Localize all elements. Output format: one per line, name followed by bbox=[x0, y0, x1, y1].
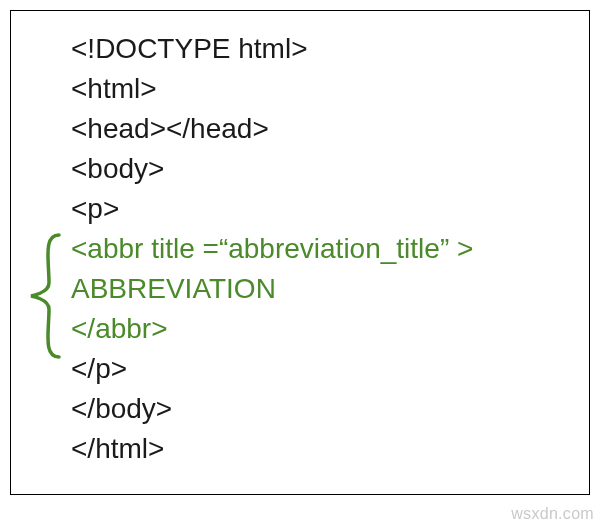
code-line-abbr-open: <abbr title =“abbreviation_title” > bbox=[71, 229, 559, 269]
code-line-head: <head></head> bbox=[71, 109, 559, 149]
code-line-doctype: <!DOCTYPE html> bbox=[71, 29, 559, 69]
code-line-p-open: <p> bbox=[71, 189, 559, 229]
brace-icon bbox=[25, 233, 65, 359]
code-line-html-open: <html> bbox=[71, 69, 559, 109]
code-line-body-open: <body> bbox=[71, 149, 559, 189]
code-line-abbr-close: </abbr> bbox=[71, 309, 559, 349]
watermark-text: wsxdn.com bbox=[511, 505, 594, 523]
code-line-html-close: </html> bbox=[71, 429, 559, 469]
code-line-body-close: </body> bbox=[71, 389, 559, 429]
code-line-p-close: </p> bbox=[71, 349, 559, 389]
code-line-abbr-text: ABBREVIATION bbox=[71, 269, 559, 309]
code-snippet-frame: <!DOCTYPE html> <html> <head></head> <bo… bbox=[10, 10, 590, 495]
